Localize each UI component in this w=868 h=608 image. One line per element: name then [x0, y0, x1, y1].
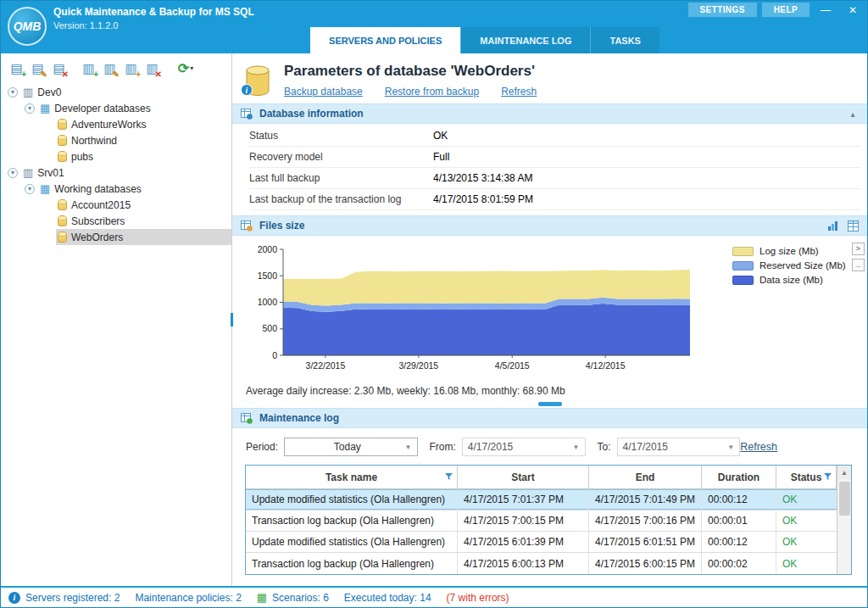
tree-item-account2015[interactable]: Account2015: [1, 197, 231, 213]
delete-server-button[interactable]: ▤✕: [48, 58, 70, 79]
column-header-duration[interactable]: Duration: [702, 466, 776, 488]
statusbar-item-label: Executed today: 14: [344, 592, 431, 604]
status-cell: OK: [776, 489, 837, 510]
tree-item-northwind[interactable]: Northwind: [1, 132, 231, 148]
app-logo: QMB: [8, 7, 47, 46]
splitter-handle[interactable]: [231, 313, 233, 326]
to-date-input[interactable]: 4/17/2015 ▼: [617, 438, 741, 456]
tree-expander-icon[interactable]: ▾: [25, 184, 35, 194]
tree-item-pubs[interactable]: pubs: [1, 148, 231, 165]
database-icon: [58, 135, 67, 146]
backup-database-link[interactable]: Backup database: [284, 86, 363, 98]
tree-item-body[interactable]: ▥Dev0: [21, 84, 231, 100]
tree-item-body[interactable]: Subscribers: [56, 213, 231, 229]
tree-item-body[interactable]: ▦Working databases: [38, 181, 231, 197]
help-button[interactable]: HELP: [762, 3, 810, 17]
tree-item-subscribers[interactable]: Subscribers: [1, 213, 231, 229]
tree-item-body[interactable]: pubs: [56, 148, 231, 165]
titlebar-buttons: SETTINGS HELP — ✕: [688, 3, 865, 18]
tree-item-body[interactable]: ▥Srv01: [21, 165, 231, 181]
column-header-end[interactable]: End: [589, 466, 702, 488]
scroll-up-button[interactable]: ▲: [837, 466, 851, 479]
page-header-text: Parameters of database 'WebOrders' Backu…: [284, 63, 537, 98]
tree-expander-icon[interactable]: ▾: [8, 87, 18, 98]
info-row-last-full-backup: Last full backup4/13/2015 3:14:38 AM: [249, 168, 860, 189]
log-refresh-link[interactable]: Refresh: [740, 441, 777, 453]
table-row[interactable]: Transaction log backup (Ola Hallengren)4…: [246, 510, 837, 532]
table-view-button[interactable]: [845, 218, 860, 233]
table-log-icon: [241, 412, 253, 424]
tree-item-label: Account2015: [71, 199, 131, 211]
to-date-value: 4/17/2015: [623, 441, 728, 453]
tree-item-working-databases[interactable]: ▾▦Working databases: [1, 181, 231, 197]
tree-expander-icon[interactable]: ▾: [8, 168, 18, 178]
horizontal-scrollbar[interactable]: [232, 400, 867, 408]
column-header-task-name[interactable]: Task name: [246, 466, 458, 488]
tree-expander-icon[interactable]: ▾: [25, 103, 35, 114]
chevron-down-icon: ▼: [573, 443, 580, 451]
status-cell: OK: [776, 532, 837, 552]
chart-next-button[interactable]: >: [852, 243, 865, 255]
tree-item-body[interactable]: ▦Developer databases: [38, 100, 231, 116]
add-server-button[interactable]: ▤+: [6, 58, 27, 79]
close-button[interactable]: ✕: [842, 3, 864, 18]
table-row[interactable]: Update modified statistics (Ola Hallengr…: [246, 489, 837, 510]
refresh-icon: ⟳: [178, 60, 189, 76]
minimize-button[interactable]: —: [815, 3, 837, 18]
column-header-status[interactable]: Status: [776, 466, 837, 488]
chart-view-button[interactable]: [825, 218, 840, 233]
main-row: ▤+▤✎▤✕▥+▥✎▥+▥✕⟳▾ ▾▥Dev0▾▦Developer datab…: [1, 53, 867, 586]
tab-bar: SERVERS AND POLICIESMAINTENANCE LOGTASKS: [1, 27, 867, 53]
add-database-button[interactable]: ▥+: [120, 58, 142, 79]
collapse-section-button[interactable]: ▴: [845, 109, 860, 119]
tree-item-body[interactable]: Northwind: [56, 132, 231, 148]
column-header-label: Status: [791, 471, 822, 483]
refresh-button[interactable]: ⟳▾: [171, 58, 200, 79]
legend-item-log-size-mb: Log size (Mb): [732, 246, 846, 256]
section-title-files-size: Files size: [259, 220, 304, 231]
legend-swatch: [732, 276, 754, 285]
statusbar-item-label: Scenarios: 6: [272, 592, 329, 604]
server-icon: ▥: [23, 86, 33, 98]
edit-server-button[interactable]: ▤✎: [27, 58, 48, 79]
tree-item-label: Developer databases: [54, 103, 150, 114]
badge-icon: +: [136, 70, 141, 78]
chart-more-button[interactable]: ..: [852, 259, 865, 271]
tab-maintenance-log[interactable]: MAINTENANCE LOG: [460, 27, 590, 53]
sidebar: ▤+▤✎▤✕▥+▥✎▥+▥✕⟳▾ ▾▥Dev0▾▦Developer datab…: [1, 53, 232, 586]
tree-item-body[interactable]: WebOrders: [56, 229, 231, 245]
tab-servers-and-policies[interactable]: SERVERS AND POLICIES: [310, 27, 460, 53]
scrollbar-thumb[interactable]: [839, 482, 850, 516]
chevron-down-icon: ▼: [405, 443, 412, 451]
column-header-start[interactable]: Start: [458, 466, 589, 488]
table-vertical-scrollbar[interactable]: ▲: [837, 466, 851, 574]
table-row[interactable]: Update modified statistics (Ola Hallengr…: [246, 532, 837, 553]
table-view-icon: [848, 220, 859, 231]
start-cell: 4/17/2015 7:01:37 PM: [458, 489, 589, 510]
tree-item-srv01[interactable]: ▾▥Srv01: [1, 165, 231, 181]
tree-item-weborders[interactable]: WebOrders: [1, 229, 231, 245]
legend-swatch: [732, 247, 754, 256]
tree-item-dev0[interactable]: ▾▥Dev0: [1, 84, 231, 100]
period-select[interactable]: Today ▼: [284, 438, 417, 456]
delete-database-button[interactable]: ▥✕: [142, 58, 163, 79]
restore-from-backup-link[interactable]: Restore from backup: [385, 86, 479, 98]
filter-funnel-icon[interactable]: [824, 473, 832, 481]
from-date-input[interactable]: 4/17/2015 ▼: [462, 438, 586, 456]
tree-item-developer-databases[interactable]: ▾▦Developer databases: [1, 100, 231, 116]
tree-item-body[interactable]: Account2015: [56, 197, 231, 213]
to-label: To:: [598, 441, 611, 453]
info-value: OK: [433, 130, 448, 142]
edit-database-group-button[interactable]: ▥✎: [99, 58, 120, 79]
table-row[interactable]: Transaction log backup (Ola Hallengren)4…: [246, 553, 837, 574]
tree-item-adventureworks[interactable]: AdventureWorks: [1, 116, 231, 132]
add-database-group-button[interactable]: ▥+: [78, 58, 99, 79]
horizontal-scrollbar-thumb[interactable]: [538, 402, 562, 406]
refresh-link-top[interactable]: Refresh: [501, 86, 537, 98]
tab-tasks[interactable]: TASKS: [590, 27, 659, 53]
settings-button[interactable]: SETTINGS: [688, 3, 757, 17]
tree-item-body[interactable]: AdventureWorks: [56, 116, 231, 132]
average-increase-text: Average daily increase: 2.30 Mb, weekly:…: [232, 377, 867, 400]
duration-cell: 00:00:01: [702, 510, 776, 531]
filter-funnel-icon[interactable]: [445, 473, 453, 481]
